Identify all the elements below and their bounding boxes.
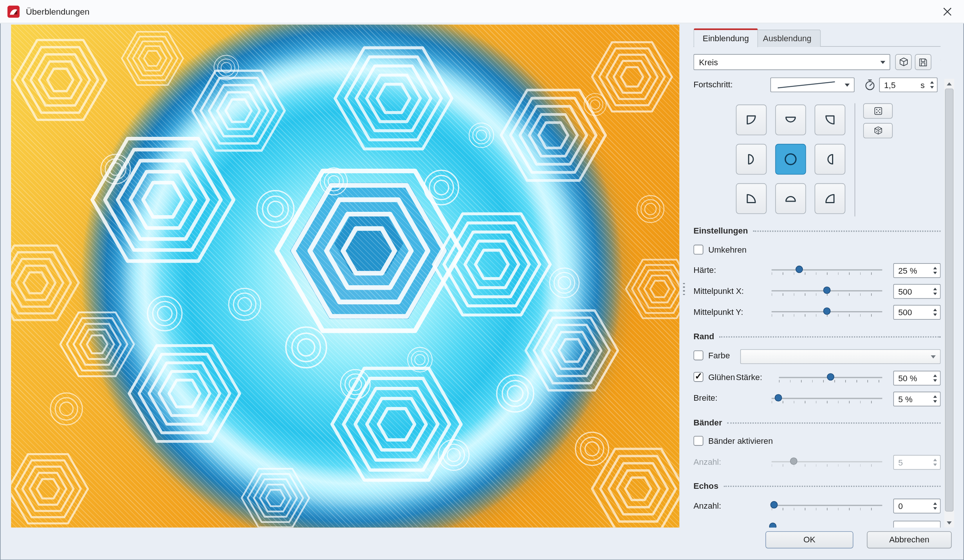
baender-aktivieren-checkbox[interactable] bbox=[694, 436, 703, 446]
wipe-direction-bottom-right[interactable] bbox=[814, 183, 845, 214]
baender-anzahl-label: Anzahl: bbox=[694, 457, 721, 467]
farbe-checkbox[interactable] bbox=[694, 350, 703, 360]
random-direction-button[interactable] bbox=[863, 103, 893, 119]
wipe-direction-left[interactable] bbox=[736, 144, 767, 175]
close-icon bbox=[943, 7, 952, 16]
spinner-arrows[interactable] bbox=[928, 80, 936, 91]
partial-next-slider[interactable] bbox=[772, 521, 882, 527]
staerke-label: Stärke: bbox=[736, 373, 762, 382]
ueberblendungen-dialog: Überblendungen bbox=[0, 0, 964, 560]
scrollbar-thumb[interactable] bbox=[945, 88, 954, 512]
spinner-arrows[interactable] bbox=[931, 394, 939, 405]
slider-thumb[interactable] bbox=[770, 501, 778, 509]
breite-slider[interactable] bbox=[772, 393, 882, 405]
slider-track bbox=[772, 398, 882, 399]
transition-preview-image bbox=[11, 25, 679, 528]
spin-down-icon bbox=[931, 462, 939, 468]
spin-up-icon[interactable] bbox=[931, 373, 939, 378]
panel-scrollbar[interactable] bbox=[944, 79, 954, 527]
mittelpunkt-y-spinbox[interactable]: 500 bbox=[893, 305, 940, 320]
spin-down-icon[interactable] bbox=[931, 378, 939, 384]
spin-up-icon[interactable] bbox=[931, 500, 939, 506]
close-button[interactable] bbox=[938, 2, 956, 21]
section-title: Echos bbox=[694, 481, 718, 491]
ok-button[interactable]: OK bbox=[765, 531, 853, 549]
dice-3d-icon bbox=[873, 125, 883, 136]
spin-up-icon[interactable] bbox=[931, 286, 939, 291]
app-icon bbox=[8, 5, 20, 18]
spin-up-icon[interactable] bbox=[928, 80, 936, 85]
tab-ausblendung[interactable]: Ausblendung bbox=[754, 29, 821, 47]
spinner-arrows[interactable] bbox=[931, 307, 939, 318]
slider-thumb[interactable] bbox=[823, 308, 830, 315]
wipe-direction-bottom-left[interactable] bbox=[736, 183, 767, 214]
preset-package-button[interactable] bbox=[895, 54, 912, 70]
breite-label: Breite: bbox=[694, 394, 717, 403]
spinner-arrows[interactable] bbox=[931, 286, 939, 297]
slider-thumb[interactable] bbox=[827, 373, 834, 381]
rand-farbe-color-dropdown[interactable] bbox=[740, 349, 941, 364]
mittelpunkt-x-spinbox[interactable]: 500 bbox=[893, 284, 940, 299]
slider-thumb[interactable] bbox=[769, 523, 777, 527]
spin-up-icon[interactable] bbox=[931, 307, 939, 313]
spin-down-icon[interactable] bbox=[931, 506, 939, 512]
baender-anzahl-value: 5 bbox=[898, 457, 902, 467]
slider-thumb[interactable] bbox=[796, 266, 803, 273]
window-title: Überblendungen bbox=[26, 7, 90, 16]
scroll-down-icon[interactable] bbox=[944, 518, 954, 528]
haerte-spinbox[interactable]: 25 % bbox=[893, 263, 940, 278]
slider-thumb[interactable] bbox=[823, 287, 830, 294]
cancel-button[interactable]: Abbrechen bbox=[867, 531, 952, 549]
spinner-arrows[interactable] bbox=[931, 373, 939, 384]
haerte-slider[interactable] bbox=[772, 264, 882, 277]
breite-spinbox[interactable]: 5 % bbox=[893, 392, 940, 406]
haerte-value: 25 % bbox=[898, 266, 917, 275]
wipe-direction-top[interactable] bbox=[775, 104, 806, 135]
umkehren-checkbox[interactable] bbox=[694, 245, 703, 254]
cube-icon bbox=[898, 57, 909, 68]
scroll-up-icon[interactable] bbox=[944, 79, 954, 88]
echos-anzahl-slider[interactable] bbox=[772, 500, 882, 513]
section-title: Bänder bbox=[694, 418, 722, 427]
wipe-direction-top-left[interactable] bbox=[736, 104, 767, 135]
random-3d-dice-button[interactable] bbox=[863, 123, 893, 138]
preset-combobox[interactable]: Kreis bbox=[694, 54, 890, 70]
spin-down-icon[interactable] bbox=[931, 271, 939, 276]
spinner-arrows[interactable] bbox=[931, 500, 939, 512]
section-einstellungen: Einstellungen bbox=[694, 226, 940, 236]
tab-einblendung[interactable]: Einblendung bbox=[694, 28, 758, 47]
save-preset-button[interactable] bbox=[915, 54, 931, 70]
wipe-direction-bottom[interactable] bbox=[775, 183, 806, 214]
wipe-right-icon bbox=[822, 151, 838, 168]
wipe-center-circle-icon bbox=[783, 151, 799, 168]
staerke-slider[interactable] bbox=[779, 372, 882, 384]
mittelpunkt-x-slider[interactable] bbox=[772, 285, 882, 298]
wipe-direction-center[interactable] bbox=[775, 144, 806, 175]
mittelpunkt-y-value: 500 bbox=[898, 308, 912, 317]
wipe-direction-top-right[interactable] bbox=[814, 104, 845, 135]
spin-down-icon[interactable] bbox=[931, 291, 939, 297]
spin-down-icon[interactable] bbox=[931, 312, 939, 318]
spin-down-icon[interactable] bbox=[931, 399, 939, 405]
chevron-down-icon bbox=[845, 84, 850, 89]
gluehen-checkbox[interactable] bbox=[694, 372, 703, 382]
slider-thumb[interactable] bbox=[774, 394, 782, 401]
spinner-arrows[interactable] bbox=[931, 265, 939, 276]
echos-anzahl-spinbox[interactable]: 0 bbox=[893, 498, 940, 513]
spin-down-icon[interactable] bbox=[928, 85, 936, 90]
duration-spinbox[interactable]: 1,5 s bbox=[879, 78, 938, 92]
spinner-arrows bbox=[931, 457, 939, 468]
mittelpunkt-y-slider[interactable] bbox=[772, 306, 882, 319]
slider-ticks bbox=[772, 508, 882, 511]
slider-ticks bbox=[772, 464, 882, 467]
progress-curve-combobox[interactable] bbox=[770, 78, 855, 92]
spin-up-icon bbox=[931, 457, 939, 462]
trash-icon bbox=[938, 57, 941, 67]
panel-splitter-handle[interactable] bbox=[683, 283, 685, 296]
spin-up-icon[interactable] bbox=[931, 265, 939, 271]
spin-up-icon[interactable] bbox=[931, 394, 939, 399]
staerke-spinbox[interactable]: 50 % bbox=[893, 371, 940, 385]
delete-preset-button[interactable] bbox=[936, 54, 941, 70]
partial-next-spinbox[interactable] bbox=[893, 521, 940, 527]
wipe-direction-right[interactable] bbox=[814, 144, 845, 175]
